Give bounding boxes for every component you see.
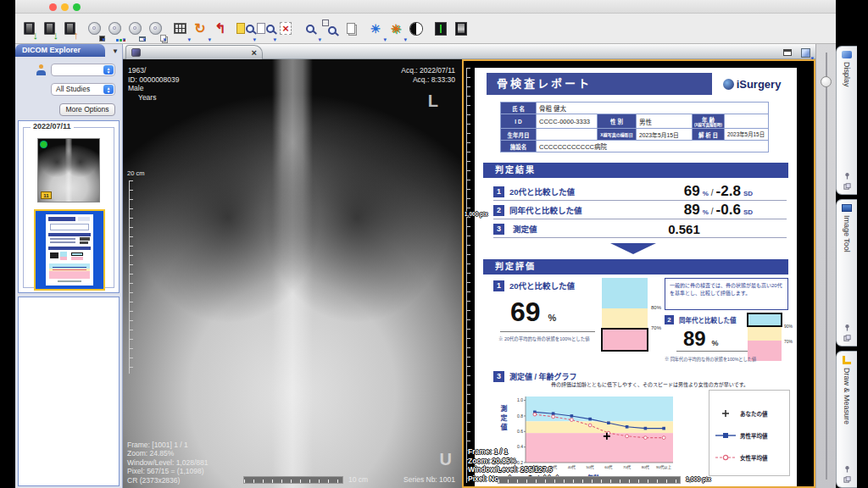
scrollbar-thumb[interactable] (821, 76, 832, 87)
eval-block2-label: 2 同年代と比較した値 (665, 315, 737, 324)
volume-3d-icon[interactable] (798, 46, 812, 59)
orientation-marker-up: U (440, 450, 452, 469)
ruler-label: 1,000 pix (465, 210, 487, 219)
horizontal-ruler (498, 476, 681, 484)
right-scrollbar[interactable] (815, 44, 836, 488)
svg-text:70代: 70代 (623, 464, 632, 470)
svg-text:0.6: 0.6 (517, 429, 523, 434)
vertical-ruler (466, 68, 470, 483)
panel-copy-icon[interactable] (843, 476, 851, 484)
spine-align-icon[interactable] (431, 17, 450, 41)
ruler-bottom-label: 10 cm (348, 475, 368, 485)
xray-status-overlay: Frame: [1001] 1 / 1 Zoom: 24.85% Window/… (127, 441, 208, 485)
result-row: 3 測定値 0.561 (493, 220, 787, 238)
eval-footnote-2: ※ 同年代の平均的な骨の状態を100%とした値 (665, 356, 792, 362)
chevron-down-icon[interactable]: ▼ (112, 47, 119, 55)
scale-label: 70% (784, 339, 793, 344)
scale-label: 70% (651, 325, 661, 330)
undo-icon[interactable]: ↰ (211, 17, 230, 41)
invert-icon[interactable] (407, 17, 426, 41)
cd-settings-icon[interactable] (105, 17, 124, 41)
tab-image-tool[interactable]: Image Tool (836, 199, 857, 347)
patient-info-table: 氏 名骨粗 健太 I DCCCC-0000-3333性 別男性年 齢(X線写真撮… (500, 102, 769, 152)
tab-display[interactable]: Display (836, 46, 857, 195)
viewer-tabbar: × (123, 44, 815, 59)
report-thumbnail-selected[interactable] (34, 209, 105, 291)
cd-print-icon[interactable] (146, 17, 164, 41)
series-list-panel (18, 297, 120, 486)
vertical-ruler (129, 180, 133, 374)
panel-copy-icon[interactable] (843, 335, 851, 342)
draw-measure-icon (843, 356, 851, 364)
graph-subtitle: 骨の評価は加齢とともに低下しやすく、そのスピードは男性より女性の方が早いです。 (551, 381, 790, 388)
pin-icon[interactable] (843, 465, 851, 473)
cd-viewer-icon[interactable] (125, 17, 144, 41)
panel-copy-icon[interactable] (843, 183, 851, 191)
copy-image-icon[interactable] (342, 17, 360, 41)
dicom-explorer-panel: DICOM Explorer ▼ ▲▼ All Studies▲▼ More O… (15, 44, 123, 488)
xray-demographics-overlay: 1963/ ID: 0000008039 Male Years (128, 66, 180, 102)
series-number-label: Series Nb: 1001 (403, 475, 455, 485)
export-image-icon[interactable]: ↑ (60, 17, 79, 41)
result-row: 2 同年代と比較した値 89%/-0.6SD (493, 202, 787, 219)
close-icon[interactable]: × (252, 48, 257, 57)
key-image-badge: 11 (41, 191, 52, 199)
scrollbar-track (826, 53, 827, 480)
eval-bar-2 (748, 313, 782, 361)
delete-icon[interactable]: × (276, 17, 295, 41)
actual-size-icon[interactable] (321, 17, 340, 41)
legend-item: 女性平均値 (715, 453, 768, 462)
key-image-icon[interactable] (236, 17, 254, 41)
male-series-icon (715, 431, 737, 440)
open-indicator-icon (41, 141, 47, 147)
brand-logo: iSurgery (714, 74, 790, 94)
horizontal-ruler (243, 476, 343, 484)
import-image-icon[interactable]: ↓ (19, 17, 38, 41)
pin-icon[interactable] (843, 172, 851, 180)
window-level-icon[interactable]: ☀ (366, 17, 385, 41)
eval-value-1: 69 % (510, 297, 556, 328)
maximize-traffic-light-icon[interactable] (73, 3, 81, 11)
svg-text:0.8: 0.8 (517, 413, 523, 419)
zoom-icon[interactable] (301, 17, 320, 41)
burn-cd-icon[interactable] (85, 17, 103, 41)
eval-value-2: 89 % (683, 327, 718, 351)
import-series-icon[interactable]: ↓ (40, 17, 58, 41)
main-toolbar: ↓ ↓ ↑ ↻ ↰ × ☀ ☀ (15, 14, 858, 44)
evaluation-header: 判定評価 (483, 259, 788, 274)
tab-draw-measure[interactable]: Draw & Measure (836, 351, 857, 488)
xray-acquisition-overlay: Acq.: 2022/07/11 Acq.: 8:33:30 (401, 66, 455, 84)
window-restore-icon[interactable] (783, 49, 792, 56)
eval-block1-label: 1 20代と比較した値 (493, 280, 575, 291)
legend-item: あなたの値 (715, 409, 768, 418)
svg-text:80代: 80代 (642, 464, 650, 470)
xray-pane[interactable]: 1963/ ID: 0000008039 Male Years Acq.: 20… (123, 59, 462, 488)
stitch-icon[interactable] (452, 17, 470, 41)
patient-filter-select[interactable]: ▲▼ (51, 64, 115, 76)
sync-refresh-icon[interactable]: ↻ (191, 17, 209, 41)
dicom-explorer-tab[interactable]: DICOM Explorer (15, 44, 105, 57)
xray-thumbnail[interactable]: 11 (37, 138, 100, 202)
eval-footnote-1: ※ 20代の平均的な骨の状態を100%とした値 (498, 336, 609, 342)
report-pane-active[interactable]: 骨検査レポート iSurgery 氏 名骨粗 健太 I DCCCC-0000-3… (462, 59, 815, 488)
window-level-color-icon[interactable]: ☀ (387, 17, 405, 41)
more-options-button[interactable]: More Options (59, 103, 115, 116)
study-group-box: 2022/07/11 11 (23, 127, 114, 288)
layout-grid-icon[interactable] (170, 17, 189, 41)
minimize-traffic-light-icon[interactable] (61, 3, 69, 11)
study-tree: 2022/07/11 11 (18, 120, 120, 293)
close-traffic-light-icon[interactable] (49, 3, 57, 11)
magnify-region-icon[interactable] (256, 17, 275, 41)
viewer-area: × 1963/ ID: 0000008039 Male Years (123, 44, 815, 488)
study-date-label: 2022/07/11 (31, 122, 74, 130)
svg-text:50代: 50代 (586, 464, 594, 470)
pin-icon[interactable] (843, 324, 851, 331)
studies-filter-select[interactable]: All Studies▲▼ (51, 83, 115, 96)
svg-text:60代: 60代 (604, 464, 613, 470)
report-page: 骨検査レポート iSurgery 氏 名骨粗 健太 I DCCCC-0000-3… (475, 68, 797, 488)
desktop-corner (836, 0, 858, 44)
svg-text:1.0: 1.0 (517, 397, 523, 402)
viewer-tab[interactable]: × (125, 45, 263, 59)
report-title: 骨検査レポート (487, 73, 712, 95)
your-value-marker-icon (715, 409, 737, 418)
